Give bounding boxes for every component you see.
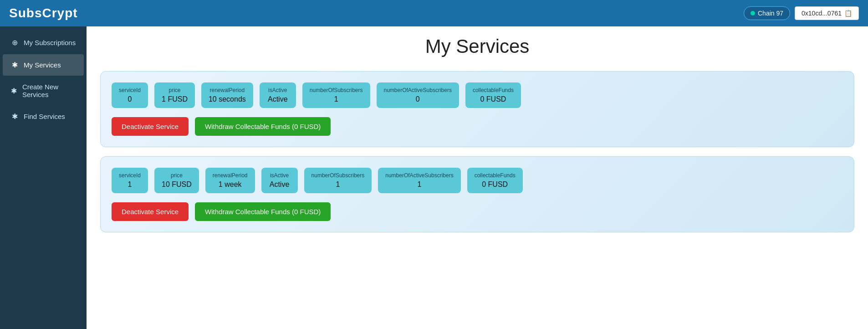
main-content: My Services serviceId 0 price 1 FUSD ren… — [87, 26, 868, 329]
field-label-isactive-1: isActive — [269, 172, 291, 179]
service-card-1: serviceId 1 price 10 FUSD renewalPeriod … — [100, 156, 854, 232]
create-new-services-icon: ✱ — [10, 87, 18, 95]
field-price-0: price 1 FUSD — [154, 82, 195, 108]
field-label-isactive-0: isActive — [267, 87, 289, 93]
find-services-icon: ✱ — [10, 112, 19, 121]
field-label-numactivesubscribers-0: numberOfActiveSubscribers — [384, 87, 452, 93]
page-title: My Services — [100, 36, 854, 57]
service-actions-0: Deactivate Service Withdraw Collectable … — [112, 117, 843, 136]
field-value-isactive-1: Active — [269, 180, 291, 189]
chain-status-dot — [751, 11, 755, 15]
withdraw-button-1[interactable]: Withdraw Collectable Funds (0 FUSD) — [195, 202, 331, 221]
field-value-numsubscribers-1: 1 — [311, 180, 365, 189]
field-value-collectablefunds-1: 0 FUSD — [475, 180, 516, 189]
field-isactive-0: isActive Active — [260, 82, 296, 108]
field-label-serviceid-1: serviceId — [119, 172, 141, 179]
app-logo: SubsCrypt — [9, 6, 78, 21]
copy-icon[interactable]: 📋 — [844, 10, 852, 17]
field-value-numactivesubscribers-0: 0 — [384, 95, 452, 103]
my-services-icon: ✱ — [10, 61, 19, 69]
field-price-1: price 10 FUSD — [154, 168, 199, 193]
field-label-price-1: price — [162, 172, 192, 179]
sidebar-label-find-services: Find Services — [24, 113, 65, 120]
field-value-renewalperiod-0: 10 seconds — [209, 95, 246, 103]
deactivate-button-0[interactable]: Deactivate Service — [112, 117, 189, 136]
service-card-0: serviceId 0 price 1 FUSD renewalPeriod 1… — [100, 71, 854, 147]
field-numsubscribers-0: numberOfSubscribers 1 — [302, 82, 370, 108]
chain-label: Chain 97 — [758, 10, 783, 17]
field-label-collectablefunds-1: collectableFunds — [475, 172, 516, 179]
field-value-serviceid-0: 0 — [119, 95, 141, 103]
sidebar-label-create-new-services: Create New Services — [22, 83, 77, 98]
field-value-renewalperiod-1: 1 week — [213, 180, 248, 189]
sidebar: ⊕ My Subscriptions ✱ My Services ✱ Creat… — [0, 26, 87, 329]
field-serviceid-1: serviceId 1 — [112, 168, 148, 193]
sidebar-item-my-subscriptions[interactable]: ⊕ My Subscriptions — [3, 32, 84, 53]
field-numactivesubscribers-0: numberOfActiveSubscribers 0 — [377, 82, 459, 108]
sidebar-label-my-subscriptions: My Subscriptions — [24, 39, 76, 46]
wallet-badge[interactable]: 0x10cd...0761 📋 — [795, 6, 859, 20]
chain-badge[interactable]: Chain 97 — [744, 6, 790, 20]
field-label-renewalperiod-1: renewalPeriod — [213, 172, 248, 179]
field-value-price-0: 1 FUSD — [162, 95, 188, 103]
deactivate-button-1[interactable]: Deactivate Service — [112, 202, 189, 221]
field-value-numactivesubscribers-1: 1 — [385, 180, 453, 189]
my-subscriptions-icon: ⊕ — [10, 38, 19, 47]
service-actions-1: Deactivate Service Withdraw Collectable … — [112, 202, 843, 221]
field-label-numsubscribers-1: numberOfSubscribers — [311, 172, 365, 179]
field-label-numsubscribers-0: numberOfSubscribers — [310, 87, 363, 93]
app-layout: ⊕ My Subscriptions ✱ My Services ✱ Creat… — [0, 26, 868, 329]
field-value-isactive-0: Active — [267, 95, 289, 103]
field-isactive-1: isActive Active — [261, 168, 298, 193]
header-right: Chain 97 0x10cd...0761 📋 — [744, 6, 859, 20]
sidebar-label-my-services: My Services — [24, 61, 61, 69]
withdraw-button-0[interactable]: Withdraw Collectable Funds (0 FUSD) — [195, 117, 331, 136]
header: SubsCrypt Chain 97 0x10cd...0761 📋 — [0, 0, 868, 26]
field-value-numsubscribers-0: 1 — [310, 95, 363, 103]
field-label-renewalperiod-0: renewalPeriod — [209, 87, 246, 93]
field-value-collectablefunds-0: 0 FUSD — [473, 95, 514, 103]
field-serviceid-0: serviceId 0 — [112, 82, 148, 108]
field-renewalperiod-0: renewalPeriod 10 seconds — [201, 82, 253, 108]
service-fields-0: serviceId 0 price 1 FUSD renewalPeriod 1… — [112, 82, 843, 108]
sidebar-item-my-services[interactable]: ✱ My Services — [3, 54, 84, 76]
field-label-collectablefunds-0: collectableFunds — [473, 87, 514, 93]
field-label-serviceid-0: serviceId — [119, 87, 141, 93]
field-value-price-1: 10 FUSD — [162, 180, 192, 189]
field-numactivesubscribers-1: numberOfActiveSubscribers 1 — [378, 168, 460, 193]
sidebar-item-create-new-services[interactable]: ✱ Create New Services — [3, 77, 84, 105]
service-fields-1: serviceId 1 price 10 FUSD renewalPeriod … — [112, 168, 843, 193]
field-collectablefunds-1: collectableFunds 0 FUSD — [467, 168, 523, 193]
sidebar-item-find-services[interactable]: ✱ Find Services — [3, 106, 84, 127]
field-collectablefunds-0: collectableFunds 0 FUSD — [465, 82, 521, 108]
field-numsubscribers-1: numberOfSubscribers 1 — [304, 168, 372, 193]
field-renewalperiod-1: renewalPeriod 1 week — [205, 168, 255, 193]
wallet-address: 0x10cd...0761 — [802, 10, 842, 17]
field-value-serviceid-1: 1 — [119, 180, 141, 189]
field-label-price-0: price — [162, 87, 188, 93]
field-label-numactivesubscribers-1: numberOfActiveSubscribers — [385, 172, 453, 179]
